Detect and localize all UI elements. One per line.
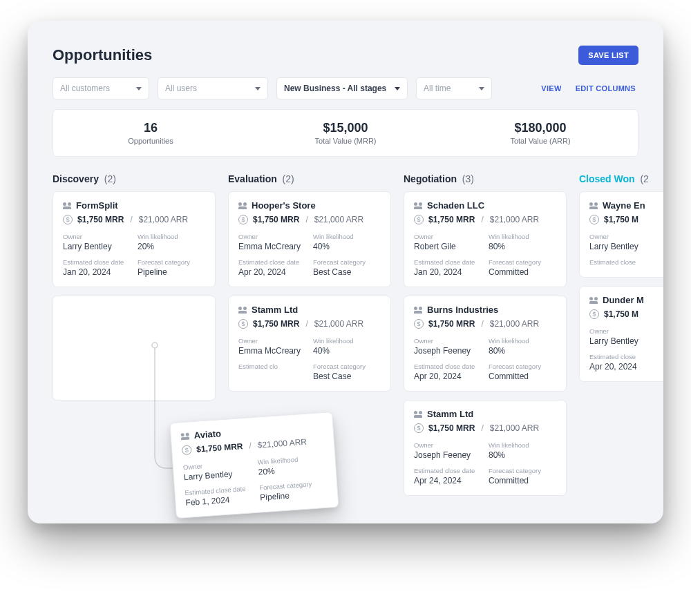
- filter-time[interactable]: All time: [416, 77, 492, 99]
- chevron-down-icon: [255, 87, 261, 90]
- column-closed-won: Closed Won (2 Wayne En $$1,750 M OwnerLa…: [579, 173, 662, 496]
- users-icon: [414, 411, 422, 418]
- dollar-icon: $: [414, 215, 424, 224]
- users-icon: [238, 307, 247, 314]
- filter-time-label: All time: [424, 84, 451, 93]
- chevron-down-icon: [395, 87, 400, 90]
- filter-pipeline-label: New Business - All stages: [284, 84, 386, 93]
- view-button[interactable]: VIEW: [538, 80, 564, 97]
- dollar-icon: $: [182, 445, 192, 455]
- users-icon: [238, 202, 247, 209]
- page-title: Opportunities: [53, 46, 152, 64]
- chevron-down-icon: [136, 87, 142, 90]
- chevron-down-icon: [479, 87, 484, 90]
- summary-bar: 16 Opportunities $15,000 Total Value (MR…: [53, 109, 638, 157]
- column-title: Closed Won (2: [579, 173, 662, 184]
- filter-users-label: All users: [165, 84, 197, 93]
- summary-count-label: Opportunities: [53, 137, 248, 145]
- column-negotiation: Negotiation (3) Schaden LLC $$1,750 MRR/…: [404, 173, 567, 496]
- opportunity-card[interactable]: Dunder M $$1,750 M OwnerLarry Bentley Es…: [579, 286, 663, 382]
- dollar-icon: $: [414, 423, 424, 433]
- users-icon: [589, 297, 598, 304]
- kanban-board: Discovery (2) FormSplit $$1,750 MRR/$21,…: [28, 173, 663, 496]
- edit-columns-button[interactable]: EDIT COLUMNS: [573, 80, 638, 97]
- dragging-card[interactable]: Aviato $$1,750 MRR/$21,000 ARR OwnerLarr…: [169, 412, 339, 519]
- dollar-icon: $: [589, 309, 599, 319]
- opportunity-card[interactable]: Hooper's Store $$1,750 MRR/$21,000 ARR O…: [228, 191, 391, 287]
- opportunity-card[interactable]: Burns Industries $$1,750 MRR/$21,000 ARR…: [404, 296, 567, 392]
- dollar-icon: $: [238, 319, 248, 329]
- users-icon: [63, 202, 71, 209]
- card-placeholder: [53, 296, 216, 401]
- summary-mrr-value: $15,000: [248, 121, 443, 135]
- filter-customers[interactable]: All customers: [53, 77, 149, 99]
- summary-arr-label: Total Value (ARR): [443, 137, 638, 145]
- opportunity-card[interactable]: Stamm Ltd $$1,750 MRR/$21,000 ARR OwnerE…: [228, 296, 391, 392]
- summary-count-value: 16: [53, 121, 248, 135]
- column-title: Negotiation (3): [404, 173, 567, 184]
- users-icon: [589, 202, 598, 209]
- users-icon: [414, 307, 422, 314]
- summary-mrr-label: Total Value (MRR): [248, 137, 443, 145]
- dollar-icon: $: [414, 319, 424, 329]
- dollar-icon: $: [589, 215, 599, 224]
- opportunity-card[interactable]: Stamm Ltd $$1,750 MRR/$21,000 ARR OwnerJ…: [404, 400, 567, 496]
- users-icon: [180, 432, 189, 440]
- summary-arr-value: $180,000: [443, 121, 638, 135]
- filter-pipeline[interactable]: New Business - All stages: [276, 77, 408, 99]
- filter-customers-label: All customers: [60, 84, 110, 93]
- column-title: Discovery (2): [53, 173, 216, 184]
- column-title: Evaluation (2): [228, 173, 391, 184]
- app-frame: Opportunities SAVE LIST All customers Al…: [28, 21, 663, 523]
- filter-users[interactable]: All users: [158, 77, 268, 99]
- opportunity-card[interactable]: Schaden LLC $$1,750 MRR/$21,000 ARR Owne…: [404, 191, 567, 287]
- save-list-button[interactable]: SAVE LIST: [578, 46, 638, 65]
- opportunity-card[interactable]: FormSplit $$1,750 MRR/$21,000 ARR OwnerL…: [53, 191, 216, 287]
- opportunity-card[interactable]: Wayne En $$1,750 M OwnerLarry Bentley Es…: [579, 191, 663, 278]
- dollar-icon: $: [238, 215, 248, 224]
- dollar-icon: $: [63, 215, 73, 224]
- users-icon: [414, 202, 422, 209]
